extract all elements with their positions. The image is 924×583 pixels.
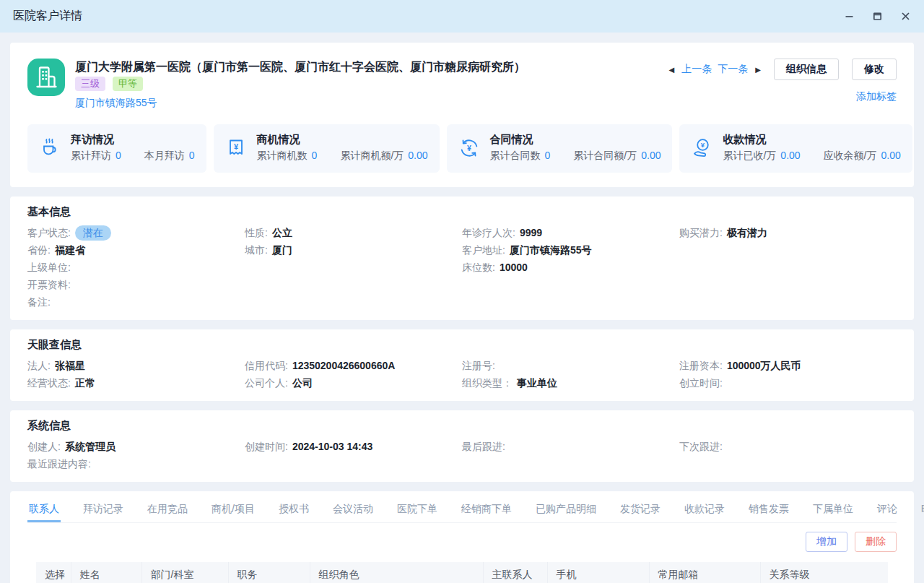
field-label: 经营状态: — [27, 377, 71, 389]
field-label: 开票资料: — [27, 279, 71, 290]
field-value: 厦门 — [272, 244, 292, 256]
field-founded-time: 创立时间: — [679, 375, 897, 391]
field-annual-visits: 年诊疗人次:9999 — [462, 225, 679, 241]
tab-visit-records[interactable]: 拜访记录 — [82, 500, 125, 522]
hospital-detail-window: 医院客户详情 — [0, 0, 924, 583]
column-header-primary-contact: 主联系人 — [483, 562, 547, 583]
column-header-position: 职务 — [228, 562, 310, 583]
coffee-cup-icon — [39, 133, 61, 163]
next-record-link[interactable]: 下一条 — [718, 63, 748, 76]
column-header-select: 选择 — [36, 562, 71, 583]
tab-timeline[interactable]: 时间轴 — [920, 500, 924, 522]
field-customer-status: 客户状态:潜在 — [27, 225, 245, 241]
column-header-department: 部门/科室 — [141, 562, 228, 583]
column-header-org-role: 组织角色 — [310, 562, 483, 583]
add-tag-link[interactable]: 添加标签 — [856, 90, 897, 103]
stat-cards: 拜访情况 累计拜访0 本月拜访0 ¥ — [27, 124, 897, 173]
field-customer-address: 客户地址:厦门市镇海路55号 — [462, 242, 679, 258]
stat-label: 累计合同额/万 — [573, 150, 637, 161]
stat-label: 累计已收/万 — [723, 150, 776, 161]
tab-subordinate-units[interactable]: 下属单位 — [811, 500, 855, 522]
tab-opportunities[interactable]: 商机/项目 — [210, 500, 256, 522]
maximize-icon[interactable] — [872, 11, 883, 22]
edit-button[interactable]: 修改 — [852, 59, 897, 80]
column-header-name: 姓名 — [71, 562, 141, 583]
detail-tabs-section: 联系人 拜访记录 在用竞品 商机/项目 授权书 会议活动 医院下单 经销商下单 … — [10, 491, 914, 583]
tab-authorizations[interactable]: 授权书 — [277, 500, 310, 522]
tab-dealer-orders[interactable]: 经销商下单 — [460, 500, 513, 522]
org-info-button[interactable]: 组织信息 — [774, 59, 839, 80]
stat-label: 累计合同数 — [490, 150, 541, 161]
tab-meetings[interactable]: 会议活动 — [331, 500, 375, 522]
field-value: 公司 — [292, 377, 313, 389]
add-button[interactable]: 增加 — [806, 532, 847, 552]
field-label: 最后跟进: — [462, 441, 505, 452]
prev-record-link[interactable]: 上一条 — [681, 63, 712, 76]
field-beds: 床位数:10000 — [462, 259, 679, 275]
field-parent-unit: 上级单位: — [27, 259, 245, 275]
field-purchase-potential: 购买潜力:极有潜力 — [679, 225, 897, 241]
hospital-name: 厦门大学附属第一医院（厦门市第一医院、厦门市红十字会医院、厦门市糖尿病研究所） — [75, 61, 526, 73]
hand-coin-icon: ¥ — [691, 133, 712, 163]
tab-sales-invoices[interactable]: 销售发票 — [747, 500, 790, 522]
basic-info-section: 基本信息 客户状态:潜在 性质:公立 年诊疗人次:9999 购买潜力:极有潜力 … — [10, 197, 914, 320]
delete-button[interactable]: 删除 — [855, 532, 897, 552]
yuan-cycle-icon: ¥ — [458, 133, 480, 163]
field-value: 公立 — [272, 227, 292, 238]
stat-card-title: 收款情况 — [723, 133, 900, 147]
svg-text:¥: ¥ — [234, 142, 239, 150]
tab-competitor-products[interactable]: 在用竞品 — [146, 500, 189, 522]
field-label: 下次跟进: — [679, 441, 723, 452]
hospital-building-icon — [27, 59, 65, 96]
field-label: 信用代码: — [245, 360, 288, 371]
field-label: 注册号: — [462, 360, 495, 371]
field-value: 12350200426600660A — [292, 360, 395, 371]
tab-hospital-orders[interactable]: 医院下单 — [396, 500, 439, 522]
stat-card-payments: ¥ 收款情况 累计已收/万0.00 应收余额/万0.00 — [679, 124, 912, 173]
field-last-follow: 最后跟进: — [462, 439, 679, 454]
svg-text:¥: ¥ — [701, 141, 705, 149]
field-city: 城市:厦门 — [245, 242, 462, 258]
section-title: 基本信息 — [27, 205, 897, 219]
stat-card-opportunities: ¥ 商机情况 累计商机数0 累计商机额/万0.00 — [214, 124, 440, 173]
field-company-type: 公司个人:公司 — [245, 375, 462, 391]
field-value: 系统管理员 — [65, 441, 116, 452]
prev-arrow-icon[interactable]: ◀ — [669, 66, 675, 74]
page-content: 厦门大学附属第一医院（厦门市第一医院、厦门市红十字会医院、厦门市糖尿病研究所） … — [0, 33, 924, 583]
stat-label: 累计商机额/万 — [340, 150, 404, 161]
detail-tabs-bar: 联系人 拜访记录 在用竞品 商机/项目 授权书 会议活动 医院下单 经销商下单 … — [27, 500, 897, 523]
field-recent-follow-content: 最近跟进内容: — [27, 456, 245, 472]
stat-label: 应收余额/万 — [824, 150, 877, 161]
field-value: 9999 — [520, 227, 542, 238]
tab-payment-records[interactable]: 收款记录 — [683, 500, 726, 522]
field-legal-person: 法人:张福星 — [27, 358, 245, 373]
field-value: 2024-10-03 14:43 — [292, 441, 372, 452]
field-next-follow: 下次跟进: — [679, 439, 897, 454]
contacts-table: 选择 姓名 部门/科室 职务 组织角色 主联系人 手机 常用邮箱 关系等级 张 — [36, 562, 888, 583]
field-value: 张福星 — [55, 360, 85, 371]
field-operating-status: 经营状态:正常 — [27, 375, 245, 391]
tab-purchased-products[interactable]: 已购产品明细 — [534, 500, 598, 522]
field-value: 正常 — [75, 377, 95, 389]
field-label: 创建时间: — [245, 441, 288, 452]
field-label: 公司个人: — [245, 377, 288, 389]
hospital-address-link[interactable]: 厦门市镇海路55号 — [75, 97, 157, 110]
tab-contacts[interactable]: 联系人 — [27, 500, 61, 522]
field-nature: 性质:公立 — [245, 225, 462, 241]
tab-comments[interactable]: 评论 — [876, 500, 899, 522]
stat-value: 0.00 — [641, 150, 661, 161]
field-label: 备注: — [27, 296, 51, 308]
svg-text:¥: ¥ — [467, 144, 471, 152]
field-label: 购买潜力: — [679, 227, 723, 238]
minimize-icon[interactable] — [844, 11, 855, 22]
section-title: 天眼查信息 — [27, 338, 897, 352]
next-arrow-icon[interactable]: ▶ — [755, 66, 761, 74]
field-label: 省份: — [27, 244, 51, 256]
field-label: 组织类型： — [462, 377, 513, 389]
stat-value: 0 — [312, 150, 318, 161]
close-icon[interactable] — [900, 11, 911, 22]
tab-shipment-records[interactable]: 发货记录 — [619, 500, 662, 522]
tianyancha-info-section: 天眼查信息 法人:张福星 信用代码:12350200426600660A 注册号… — [10, 329, 914, 401]
field-credit-code: 信用代码:12350200426600660A — [245, 358, 462, 373]
stat-value: 0.00 — [780, 150, 800, 161]
